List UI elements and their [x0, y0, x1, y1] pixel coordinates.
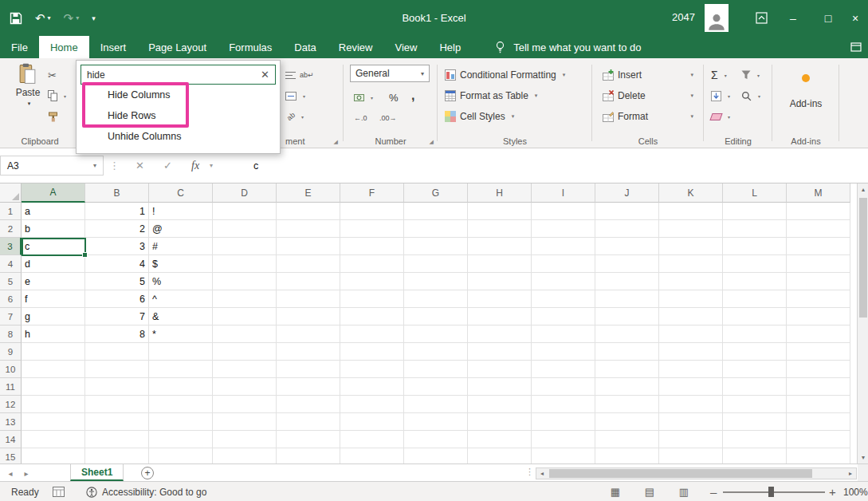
- cell-I11[interactable]: [532, 378, 595, 396]
- cell-M1[interactable]: [787, 203, 850, 220]
- cell-I5[interactable]: [532, 273, 595, 290]
- page-layout-view-button[interactable]: ▤: [636, 482, 663, 501]
- cell-E7[interactable]: [277, 308, 340, 325]
- format-cells-button[interactable]: Format ▾: [603, 108, 693, 125]
- new-sheet-button[interactable]: +: [141, 467, 154, 479]
- cell-I9[interactable]: [532, 343, 595, 361]
- cell-B12[interactable]: [85, 396, 149, 413]
- cell-F8[interactable]: [340, 325, 404, 343]
- cell-A14[interactable]: [22, 431, 85, 448]
- cell-B13[interactable]: [85, 413, 149, 431]
- addins-button-label[interactable]: Add-ins: [773, 98, 839, 109]
- cell-H14[interactable]: [468, 431, 532, 448]
- conditional-formatting-button[interactable]: Conditional Formatting ▾: [445, 66, 565, 84]
- cell-L11[interactable]: [723, 378, 787, 396]
- cell-J15[interactable]: [595, 448, 659, 464]
- cell-styles-button[interactable]: Cell Styles ▾: [445, 108, 514, 125]
- cell-D13[interactable]: [213, 413, 277, 431]
- cell-K10[interactable]: [659, 361, 723, 378]
- cell-H12[interactable]: [468, 396, 532, 413]
- cell-C12[interactable]: [149, 396, 213, 413]
- undo-button[interactable]: ↶▾: [35, 11, 51, 26]
- cell-F11[interactable]: [340, 378, 404, 396]
- number-format-dropdown[interactable]: General ▾: [350, 65, 430, 82]
- cell-I15[interactable]: [532, 448, 595, 464]
- cell-G10[interactable]: [404, 361, 468, 378]
- cell-L4[interactable]: [723, 255, 787, 273]
- cell-H8[interactable]: [468, 325, 532, 343]
- cell-K7[interactable]: [659, 308, 723, 325]
- cell-B2[interactable]: 2: [85, 220, 149, 238]
- close-button[interactable]: ×: [843, 0, 867, 36]
- cell-G2[interactable]: [404, 220, 468, 238]
- column-header-D[interactable]: D: [213, 183, 277, 203]
- cell-B3[interactable]: 3: [85, 238, 149, 255]
- alignment-dialog-launcher[interactable]: ◢: [334, 139, 338, 145]
- row-header-6[interactable]: 6: [0, 290, 22, 308]
- cell-G13[interactable]: [404, 413, 468, 431]
- vertical-scroll-thumb[interactable]: [859, 198, 867, 318]
- cell-B11[interactable]: [85, 378, 149, 396]
- column-header-I[interactable]: I: [532, 183, 595, 203]
- cell-E11[interactable]: [277, 378, 340, 396]
- zoom-slider-track[interactable]: [723, 491, 825, 493]
- cell-B1[interactable]: 1: [85, 203, 149, 220]
- scroll-down-icon[interactable]: ▾: [858, 452, 868, 464]
- cell-I8[interactable]: [532, 325, 595, 343]
- cancel-button[interactable]: ✕: [136, 156, 144, 176]
- cell-J1[interactable]: [595, 203, 659, 220]
- format-painter-button[interactable]: [48, 108, 58, 125]
- cell-H10[interactable]: [468, 361, 532, 378]
- cell-A12[interactable]: [22, 396, 85, 413]
- minimize-button[interactable]: –: [780, 0, 807, 36]
- cell-B10[interactable]: [85, 361, 149, 378]
- cell-H7[interactable]: [468, 308, 532, 325]
- cell-C2[interactable]: @: [149, 220, 213, 238]
- cell-C4[interactable]: $: [149, 255, 213, 273]
- cell-E5[interactable]: [277, 273, 340, 290]
- cell-H15[interactable]: [468, 448, 532, 464]
- cell-F12[interactable]: [340, 396, 404, 413]
- insert-function-button[interactable]: fx: [191, 156, 199, 176]
- tab-review[interactable]: Review: [328, 36, 384, 58]
- horizontal-scrollbar[interactable]: ◂ ▸: [536, 467, 857, 479]
- cut-button[interactable]: ✂: [48, 66, 57, 84]
- cell-C11[interactable]: [149, 378, 213, 396]
- cell-J10[interactable]: [595, 361, 659, 378]
- cell-E9[interactable]: [277, 343, 340, 361]
- cell-F2[interactable]: [340, 220, 404, 238]
- cell-L12[interactable]: [723, 396, 787, 413]
- close-icon[interactable]: ✕: [261, 69, 269, 81]
- cell-E2[interactable]: [277, 220, 340, 238]
- cell-J13[interactable]: [595, 413, 659, 431]
- cell-G7[interactable]: [404, 308, 468, 325]
- cell-A8[interactable]: h: [22, 325, 85, 343]
- cell-F3[interactable]: [340, 238, 404, 255]
- cell-B4[interactable]: 4: [85, 255, 149, 273]
- column-header-E[interactable]: E: [277, 183, 340, 203]
- cell-L2[interactable]: [723, 220, 787, 238]
- cell-F6[interactable]: [340, 290, 404, 308]
- drag-handle-icon[interactable]: ⋮: [109, 156, 120, 176]
- cell-E13[interactable]: [277, 413, 340, 431]
- cell-B6[interactable]: 6: [85, 290, 149, 308]
- cell-I13[interactable]: [532, 413, 595, 431]
- menu-item-hide-rows[interactable]: Hide Rows: [81, 105, 276, 126]
- cell-F13[interactable]: [340, 413, 404, 431]
- tell-me-search-input[interactable]: hide ✕: [81, 65, 276, 85]
- cell-F4[interactable]: [340, 255, 404, 273]
- cell-I1[interactable]: [532, 203, 595, 220]
- cell-D15[interactable]: [213, 448, 277, 464]
- row-header-13[interactable]: 13: [0, 413, 22, 431]
- scroll-left-icon[interactable]: ◂: [536, 468, 548, 479]
- copy-button[interactable]: ▾: [48, 87, 66, 105]
- cell-D5[interactable]: [213, 273, 277, 290]
- cell-K2[interactable]: [659, 220, 723, 238]
- cell-C5[interactable]: %: [149, 273, 213, 290]
- cell-K4[interactable]: [659, 255, 723, 273]
- cell-A9[interactable]: [22, 343, 85, 361]
- clear-button[interactable]: ▾: [711, 108, 730, 125]
- row-header-3[interactable]: 3: [0, 238, 22, 255]
- fill-button[interactable]: ▾: [711, 87, 730, 105]
- cell-M8[interactable]: [787, 325, 850, 343]
